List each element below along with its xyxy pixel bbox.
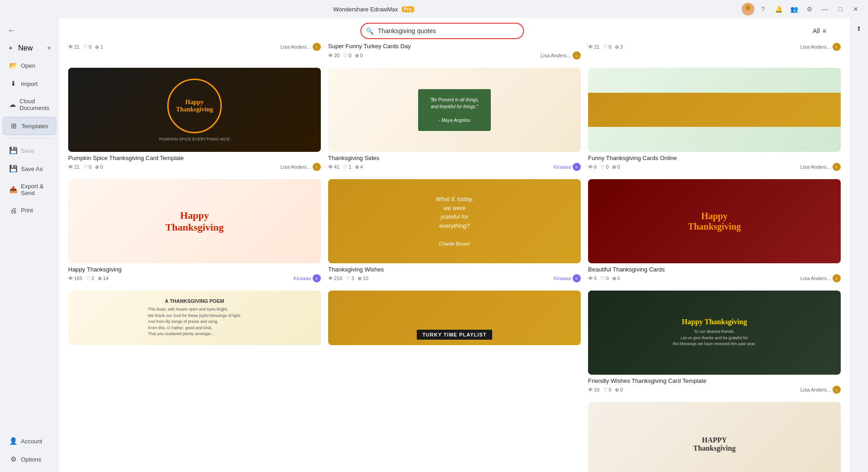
likes: ♡ 0: [83, 164, 91, 170]
search-row: 🔍 All ≡: [59, 18, 850, 43]
likes: ♡ 2: [86, 276, 94, 281]
card-friendly-wishes[interactable]: Happy Thanksgiving To our dearest friend…: [588, 291, 841, 394]
card-beautiful-thanksgiving-title: Beautiful Thanksgiving Cards: [588, 266, 841, 273]
app-title-area: Wondershare EdrawMax Pro: [333, 6, 414, 13]
card-funny-online-stats: 👁 6 ♡ 0 ⊕ 0: [588, 164, 620, 170]
partial-card-1-meta: 👁 21 ♡ 0 ⊕ 1 Lisa Anders... L: [68, 43, 321, 51]
likes: ♡ 0: [600, 164, 609, 170]
save-icon: 💾: [9, 146, 17, 155]
svg-point-1: [743, 11, 753, 15]
views-stat: 👁 21: [68, 44, 80, 50]
spacer-col2: [328, 402, 581, 472]
copies: ⊕ 0: [612, 276, 620, 281]
card-thanksgiving-wishes[interactable]: What if, today,we wereyrateful foreveryt…: [328, 179, 581, 282]
card-happy-thanksgiving-stats: 👁 165 ♡ 2 ⊕ 14: [68, 276, 109, 281]
scroll-top-button[interactable]: ⬆: [852, 22, 866, 35]
pro-badge: Pro: [402, 6, 414, 12]
sidebar-divider-1: [6, 138, 53, 139]
partial-card-3-meta: 👁 21 ♡ 0 ⊕ 3 Lisa Anders... L: [588, 43, 841, 51]
card-friendly-wishes-title: Friendly Wishes Thanksgiving Card Templa…: [588, 377, 841, 384]
template-grid-scroll[interactable]: HappyThanksgiving PUMPKIN SPICE EVERYTHI…: [59, 68, 850, 472]
sidebar-item-cloud[interactable]: ☁ Cloud Documents: [3, 93, 56, 116]
search-icon: 🔍: [366, 27, 374, 35]
sidebar-item-templates[interactable]: ⊞ Templates: [3, 117, 56, 135]
export-icon: 📤: [9, 186, 17, 194]
copies: ⊕ 0: [95, 164, 103, 170]
sidebar-item-import[interactable]: ⬇ Import: [3, 75, 56, 92]
card-funny-online[interactable]: Funny Thanksgiving Cards Online 👁 6 ♡ 0 …: [588, 68, 841, 171]
help-button[interactable]: ?: [756, 2, 770, 16]
sidebar-item-export[interactable]: 📤 Export & Send: [3, 178, 56, 201]
settings-icon: ⚙: [807, 5, 813, 13]
card-pumpkin-spice-title: Pumpkin Spice Thanksgiving Card Template: [68, 155, 321, 161]
print-icon: 🖨: [9, 206, 17, 214]
card-thanksgiving-sides-author: Kiraaaa K: [554, 163, 581, 171]
app-title: Wondershare EdrawMax: [333, 6, 398, 13]
open-icon: 📂: [9, 61, 17, 70]
window-action-buttons: ? 🔔 👥 ⚙ — □ ✕: [742, 2, 863, 16]
views: 👁 216: [328, 276, 342, 281]
sidebar: ← ＋ New ＋ 📂 Open ⬇ Import ☁ Cloud Docume…: [0, 18, 59, 472]
sidebar-item-print[interactable]: 🖨 Print: [3, 202, 56, 219]
partial-top-row: 👁 21 ♡ 0 ⊕ 1 Lisa Anders... L Super Funn…: [59, 43, 850, 68]
likes: ♡ 0: [600, 276, 609, 281]
partial-card-2[interactable]: Super Funny Turkey Cards Day 👁 20 ♡ 0 ⊕ …: [328, 43, 581, 64]
sidebar-import-label: Import: [21, 80, 38, 87]
author-avatar: L: [833, 163, 841, 171]
notification-icon: 🔔: [775, 5, 783, 13]
close-button[interactable]: ✕: [849, 2, 863, 16]
card-happy-thanksgiving[interactable]: HappyThanksgiving Happy Thanksgiving 👁 1…: [68, 179, 321, 282]
maximize-icon: □: [838, 5, 842, 13]
card-thanksgiving-sides[interactable]: "Be Present in all things, and thankful …: [328, 68, 581, 171]
views: 👁 10: [588, 387, 599, 392]
likes: ♡ 0: [603, 387, 611, 393]
sidebar-item-saveas[interactable]: 💾 Save As: [3, 160, 56, 177]
card-beautiful-thanksgiving[interactable]: HappyThanksgiving Beautiful Thanksgiving…: [588, 179, 841, 282]
sidebar-item-open[interactable]: 📂 Open: [3, 57, 56, 74]
account-icon: 👤: [9, 437, 17, 445]
sidebar-item-account[interactable]: 👤 Account: [3, 432, 56, 450]
main-layout: ← ＋ New ＋ 📂 Open ⬇ Import ☁ Cloud Docume…: [0, 18, 868, 472]
sidebar-item-new[interactable]: ＋ New ＋: [0, 40, 59, 56]
views-stat-2: 👁 20: [328, 53, 339, 58]
card-turky-playlist[interactable]: TURKY TIME PLAYLIST: [328, 291, 581, 394]
partial-author-3: Lisa Anders... L: [800, 43, 841, 51]
close-icon: ✕: [853, 5, 858, 13]
copies: ⊕ 4: [355, 164, 363, 170]
search-input[interactable]: [360, 23, 524, 39]
list-icon: ≡: [823, 27, 826, 35]
back-icon: ←: [7, 26, 15, 35]
author-avatar: K: [573, 163, 581, 171]
copies-stat-3: ⊕ 3: [615, 44, 623, 50]
card-funny-thanksgiving[interactable]: HAPPYThanksgiving Funny Thanksgiving Car…: [588, 402, 841, 472]
user-avatar[interactable]: [742, 3, 754, 15]
card-friendly-wishes-author: Lisa Anders... L: [800, 386, 841, 394]
sidebar-item-options[interactable]: ⚙ Options: [3, 451, 56, 468]
community-button[interactable]: 👥: [787, 2, 801, 16]
partial-stats-1: 👁 21 ♡ 0 ⊕ 1: [68, 44, 103, 50]
partial-stats-2: 👁 20 ♡ 0 ⊕ 0: [328, 53, 363, 59]
views: 👁 41: [328, 164, 339, 170]
partial-card-1[interactable]: 👁 21 ♡ 0 ⊕ 1 Lisa Anders... L: [68, 43, 321, 64]
maximize-button[interactable]: □: [833, 2, 847, 16]
views: 👁 165: [68, 276, 82, 281]
minimize-button[interactable]: —: [818, 2, 832, 16]
super-funny-title: Super Funny Turkey Cards Day: [328, 43, 581, 50]
search-wrapper: 🔍: [77, 23, 807, 39]
sidebar-new-label: New: [18, 44, 33, 52]
partial-card-3[interactable]: 👁 21 ♡ 0 ⊕ 3 Lisa Anders... L: [588, 43, 841, 64]
import-icon: ⬇: [9, 80, 17, 88]
card-pumpkin-spice[interactable]: HappyThanksgiving PUMPKIN SPICE EVERYTHI…: [68, 68, 321, 171]
card-poem[interactable]: A THANKSGIVING POEM This feast, with hea…: [68, 291, 321, 394]
views: 👁 6: [588, 164, 597, 170]
settings-button[interactable]: ⚙: [803, 2, 816, 16]
card-beautiful-thanksgiving-author: Lisa Anders... L: [800, 274, 841, 282]
notification-button[interactable]: 🔔: [772, 2, 785, 16]
card-happy-thanksgiving-title: Happy Thanksgiving: [68, 266, 321, 273]
community-icon: 👥: [790, 5, 798, 13]
sidebar-back-button[interactable]: ←: [3, 22, 56, 39]
author-avatar-1: L: [313, 43, 321, 51]
copies-stat-2: ⊕ 0: [355, 53, 363, 59]
all-filter-button[interactable]: All ≡: [807, 25, 832, 37]
card-pumpkin-spice-author: Lisa Anders... L: [280, 163, 321, 171]
